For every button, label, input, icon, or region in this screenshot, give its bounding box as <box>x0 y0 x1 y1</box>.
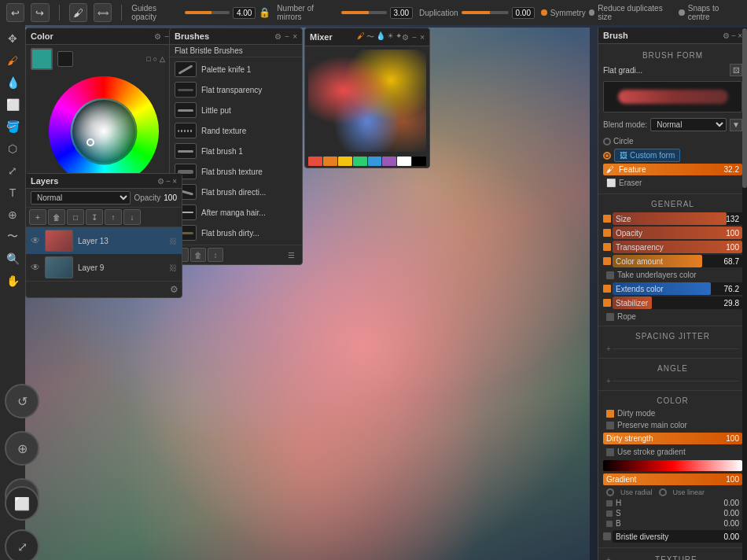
brush-panel-scrollbar[interactable] <box>742 28 747 560</box>
layer-add-btn[interactable]: + <box>29 209 46 225</box>
rope-toggle[interactable] <box>606 313 614 321</box>
spacing-plus-icon[interactable]: + <box>606 344 611 353</box>
foreground-color-swatch[interactable] <box>31 48 53 70</box>
take-underlayers-toggle[interactable] <box>606 271 614 279</box>
dirty-strength-row[interactable]: Dirty strength 100 <box>603 433 742 444</box>
brush-panel-settings-icon[interactable]: ⚙ <box>723 31 730 40</box>
brushes-settings-icon[interactable]: ⚙ <box>274 32 282 41</box>
mixer-dry-btn[interactable]: ☀ <box>387 31 394 42</box>
angle-plus-icon[interactable]: + <box>606 377 611 385</box>
brush-item-1[interactable]: Flat transparency <box>171 79 300 100</box>
clone-btn[interactable]: ⊕ <box>2 204 23 225</box>
blend-mode-select[interactable]: Normal Multiply Screen <box>31 191 131 204</box>
mirror-tool-btn[interactable]: ⟺ <box>94 3 112 22</box>
custom-form-radio[interactable] <box>603 152 611 160</box>
layer-down-btn[interactable]: ↓ <box>123 209 141 225</box>
guides-opacity-slider[interactable] <box>185 11 230 14</box>
dirty-mode-toggle[interactable] <box>606 410 614 418</box>
duplication-slider[interactable] <box>462 11 509 14</box>
mixer-clean-btn[interactable]: ✦ <box>396 31 402 42</box>
brushes-move-btn[interactable]: ↕ <box>208 248 223 262</box>
brushes-delete-btn[interactable]: 🗑 <box>190 248 206 262</box>
rotate-canvas-btn[interactable]: ↺ <box>5 384 39 418</box>
size-toggle[interactable] <box>603 215 611 223</box>
color-amount-toggle[interactable] <box>603 257 611 265</box>
layer-merge-btn[interactable]: ↧ <box>86 209 103 225</box>
brushes-menu-btn[interactable]: ☰ <box>283 248 299 262</box>
resize-btn[interactable]: ⤢ <box>5 529 39 560</box>
s-toggle[interactable] <box>606 510 613 517</box>
crosshair-btn[interactable]: ⊕ <box>5 431 39 466</box>
color-square-btn[interactable]: □ <box>146 55 150 63</box>
layer-item-1[interactable]: 👁 Layer 9 ⛓ <box>26 254 182 281</box>
mirrors-value[interactable]: 3.00 <box>390 7 413 19</box>
move-tool-btn[interactable]: ✥ <box>2 28 23 49</box>
s-value[interactable]: 0.00 <box>724 509 739 518</box>
layers-settings-icon[interactable]: ⚙ <box>157 177 164 186</box>
use-linear-radio[interactable] <box>659 488 667 496</box>
use-radial-radio[interactable] <box>606 488 614 496</box>
undo-button[interactable]: ↩ <box>6 3 24 22</box>
select-btn[interactable]: ⬡ <box>2 138 23 159</box>
mixer-wet-btn[interactable]: 💧 <box>376 31 385 42</box>
feature-row[interactable]: 🖌 Feature 32.2 <box>603 164 742 175</box>
eraser-circle-btn[interactable]: ⬜ <box>5 486 39 521</box>
layers-close-icon[interactable]: × <box>172 177 177 186</box>
layers-settings-gear[interactable]: ⚙ <box>170 284 178 295</box>
duplication-value[interactable]: 0.00 <box>512 7 535 19</box>
smudge-btn[interactable]: 〜 <box>2 227 23 247</box>
color-wheel-container[interactable] <box>26 73 182 190</box>
text-btn[interactable]: T <box>2 182 23 203</box>
stabilizer-toggle[interactable] <box>603 299 611 307</box>
swatch-purple[interactable] <box>382 157 396 166</box>
circle-option[interactable]: Circle <box>603 137 634 146</box>
color-wheel[interactable] <box>49 76 159 186</box>
feature-value[interactable]: 32.2 <box>724 165 739 174</box>
background-color-swatch[interactable] <box>57 51 73 67</box>
size-bar[interactable]: Size 132 <box>613 212 742 225</box>
color-settings-icon[interactable]: ⚙ <box>154 32 161 41</box>
brushes-minimize-icon[interactable]: − <box>285 32 289 41</box>
b-value[interactable]: 0.00 <box>724 519 739 528</box>
preserve-main-toggle[interactable] <box>606 422 614 429</box>
color-amount-bar[interactable]: Color amount 68.7 <box>613 255 742 267</box>
brush-item-5[interactable]: Flat brush texture <box>171 161 300 182</box>
brush-btn[interactable]: 🖌 <box>2 50 23 71</box>
mixer-settings-icon[interactable]: ⚙ <box>402 33 409 42</box>
opacity-toggle[interactable] <box>603 229 611 237</box>
redo-button[interactable]: ↪ <box>31 3 49 22</box>
h-value[interactable]: 0.00 <box>724 499 739 507</box>
b-toggle[interactable] <box>606 521 613 527</box>
swatch-black[interactable] <box>412 157 426 166</box>
swatch-red[interactable] <box>308 157 322 166</box>
stabilizer-bar[interactable]: Stabilizer 29.8 <box>613 297 742 309</box>
hand-btn[interactable]: ✋ <box>2 271 23 291</box>
brush-panel-minimize-icon[interactable]: − <box>731 31 736 40</box>
use-stroke-gradient-toggle[interactable] <box>606 448 614 456</box>
layer-eye-1[interactable]: 👁 <box>31 262 40 273</box>
transparency-bar[interactable]: Transparency 100 <box>613 241 742 253</box>
layer-item-0[interactable]: 👁 Layer 13 ⛓ <box>26 227 182 254</box>
brush-blend-expand-btn[interactable]: ▼ <box>730 119 742 131</box>
brush-item-4[interactable]: Flat brush 1 <box>171 141 300 161</box>
extends-color-toggle[interactable] <box>603 285 611 293</box>
mixer-smudge-btn[interactable]: 〜 <box>366 31 374 42</box>
layer-up-btn[interactable]: ↑ <box>105 209 122 225</box>
brushes-close-icon[interactable]: × <box>293 32 297 41</box>
eraser-label[interactable]: Eraser <box>619 179 642 187</box>
bristle-diversity-toggle[interactable] <box>603 532 611 540</box>
layer-eye-0[interactable]: 👁 <box>31 235 40 246</box>
fill-btn[interactable]: 🪣 <box>2 116 23 137</box>
mixer-paint-btn[interactable]: 🖌 <box>357 31 365 42</box>
brush-item-2[interactable]: Little put <box>171 100 300 120</box>
scrollbar-thumb[interactable] <box>742 28 747 188</box>
swatch-yellow[interactable] <box>338 157 352 166</box>
brush-blend-select[interactable]: Normal Multiply <box>650 118 727 131</box>
brush-item-3[interactable]: Rand texture <box>171 120 300 141</box>
swatch-white[interactable] <box>397 157 411 166</box>
opacity-bar[interactable]: Opacity 100 <box>613 227 742 239</box>
color-circle-btn[interactable]: ○ <box>153 55 157 63</box>
circle-radio[interactable] <box>603 138 611 146</box>
color-tri-btn[interactable]: △ <box>160 55 165 63</box>
extends-color-bar[interactable]: Extends color 76.2 <box>613 282 742 295</box>
